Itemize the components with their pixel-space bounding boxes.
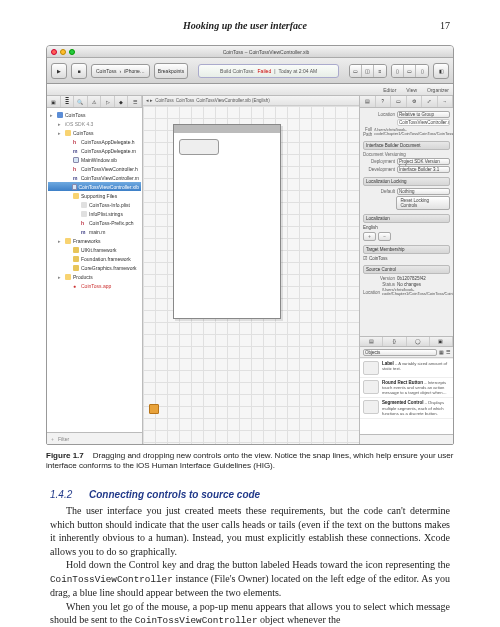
remove-localization-button[interactable]: － [378, 232, 391, 241]
quickhelp-inspector-icon[interactable]: ? [376, 96, 392, 107]
code-snippets-icon[interactable]: {} [383, 337, 406, 346]
attributes-inspector-icon[interactable]: ⚙ [407, 96, 423, 107]
tree-row[interactable]: ●CoinToss.app [48, 281, 141, 290]
tree-label: MainWindow.xib [81, 157, 117, 163]
disclosure-icon[interactable]: ▸ [50, 112, 55, 118]
assistant-editor-icon[interactable]: ◫ [362, 65, 374, 77]
media-library-icon[interactable]: ▣ [430, 337, 453, 346]
tree-row[interactable]: ▸Frameworks [48, 236, 141, 245]
tree-row[interactable]: CoreGraphics.framework [48, 263, 141, 272]
toggle-utilities-icon[interactable]: ▯ [416, 65, 428, 77]
ib-canvas[interactable] [143, 106, 359, 444]
crumb-file[interactable]: CoinTossViewController.xib (English) [196, 98, 269, 103]
zoom-icon[interactable] [69, 49, 75, 55]
tree-row[interactable]: CoinToss-Info.plist [48, 200, 141, 209]
project-nav-icon[interactable]: ▣ [47, 96, 61, 107]
tree-row[interactable]: UIKit.framework [48, 245, 141, 254]
figure-number: Figure 1.7 [46, 451, 84, 460]
location-popup[interactable]: Relative to Group [397, 111, 450, 118]
tree-row[interactable]: mCoinTossViewController.m [48, 173, 141, 182]
size-inspector-icon[interactable]: ⤢ [422, 96, 438, 107]
default-popup[interactable]: Nothing [397, 188, 450, 195]
tree-row[interactable]: ▸iOS SDK 4.3 [48, 119, 141, 128]
srcloc-value: /Users/chris/book-code/Chapter1/CoinToss… [382, 288, 453, 296]
symbol-nav-icon[interactable]: ≣ [61, 96, 75, 107]
localization-row[interactable]: English [363, 225, 450, 230]
xib-icon [72, 184, 77, 190]
tree-row[interactable]: mmain.m [48, 227, 141, 236]
identity-inspector-icon[interactable]: ▭ [391, 96, 407, 107]
navigator-filter[interactable]: ＋ Filter [47, 432, 142, 444]
library-list-icon[interactable]: ☰ [446, 350, 450, 355]
library-item[interactable]: Round Rect Button – Intercepts touch eve… [360, 378, 453, 398]
library-filter[interactable] [360, 434, 453, 444]
standard-editor-icon[interactable]: ▭ [350, 65, 362, 77]
log-nav-icon[interactable]: ☰ [128, 96, 142, 107]
source-header: Source Control [363, 265, 450, 274]
tree-row[interactable]: ▸CoinToss [48, 128, 141, 137]
object-placeholder-icon[interactable] [149, 404, 159, 414]
crumb-group[interactable]: CoinToss [176, 98, 195, 103]
tree-row[interactable]: Foundation.framework [48, 254, 141, 263]
tree-row[interactable]: mCoinTossAppDelegate.m [48, 146, 141, 155]
development-popup[interactable]: Interface Builder 3.1 [397, 166, 450, 173]
close-icon[interactable] [51, 49, 57, 55]
deployment-popup[interactable]: Project SDK Version (…) [397, 158, 450, 165]
library-tabs[interactable]: ▤ {} ◯ ▣ [360, 337, 453, 347]
library-grid-icon[interactable]: ▦ [439, 350, 444, 355]
add-localization-button[interactable]: ＋ [363, 232, 376, 241]
search-nav-icon[interactable]: 🔍 [74, 96, 88, 107]
traffic-lights[interactable] [51, 49, 75, 55]
issue-nav-icon[interactable]: ⚠ [88, 96, 102, 107]
library-item[interactable]: Segmented Control – Displays multiple se… [360, 398, 453, 418]
scheme-selector[interactable]: CoinToss › iPhone… [91, 64, 150, 78]
ib-view[interactable] [173, 124, 281, 319]
inspector-body: LocationRelative to Group CoinTossViewCo… [360, 108, 453, 336]
file-inspector-icon[interactable]: ▤ [360, 96, 376, 107]
add-icon[interactable]: ＋ [50, 436, 55, 442]
debug-nav-icon[interactable]: ▷ [101, 96, 115, 107]
reset-locking-button[interactable]: Reset Locking Controls [396, 196, 450, 210]
tree-row[interactable]: ▸CoinToss [48, 110, 141, 119]
file-name-field[interactable]: CoinTossViewController.xib [397, 119, 450, 126]
tree-row[interactable]: CoinTossViewController.xib [48, 182, 141, 191]
breakpoint-nav-icon[interactable]: ◆ [115, 96, 129, 107]
stop-button[interactable] [71, 63, 87, 79]
disclosure-icon[interactable]: ▸ [58, 238, 63, 244]
objects-library-icon[interactable]: ◯ [407, 337, 430, 346]
view-segmented[interactable]: ▯ ▭ ▯ [391, 64, 429, 78]
library-scope-popup[interactable]: Objects [363, 349, 437, 356]
file-templates-icon[interactable]: ▤ [360, 337, 383, 346]
tree-row[interactable]: MainWindow.xib [48, 155, 141, 164]
crumb-project[interactable]: CoinToss [155, 98, 174, 103]
tree-row[interactable]: ▸Products [48, 272, 141, 281]
tree-row[interactable]: hCoinTossAppDelegate.h [48, 137, 141, 146]
inspector-tabs[interactable]: ▤ ? ▭ ⚙ ⤢ → [360, 96, 453, 108]
navigator-tabs[interactable]: ▣ ≣ 🔍 ⚠ ▷ ◆ ☰ [47, 96, 142, 108]
version-value: 0b1207825f42 [397, 276, 450, 281]
disclosure-icon[interactable]: ▸ [58, 274, 63, 280]
breakpoints-button[interactable]: Breakpoints [154, 63, 188, 79]
toggle-debug-icon[interactable]: ▭ [404, 65, 416, 77]
organizer-button[interactable]: ◧ [433, 63, 449, 79]
version-editor-icon[interactable]: ≡ [374, 65, 386, 77]
connections-inspector-icon[interactable]: → [438, 96, 454, 107]
toggle-navigator-icon[interactable]: ▯ [392, 65, 404, 77]
folder-icon [65, 238, 71, 244]
disclosure-icon[interactable]: ▸ [58, 121, 63, 127]
target-row[interactable]: ☑CoinToss [363, 256, 450, 261]
tree-row[interactable]: hCoinTossViewController.h [48, 164, 141, 173]
jump-bar[interactable]: ◂ ▸ CoinToss CoinToss CoinTossViewContro… [143, 96, 359, 106]
library-list[interactable]: Label – A variably sized amount of stati… [360, 359, 453, 434]
disclosure-icon[interactable]: ▸ [58, 130, 63, 136]
tree-row[interactable]: Supporting Files [48, 191, 141, 200]
tree-row[interactable]: hCoinToss-Prefix.pch [48, 218, 141, 227]
run-button[interactable] [51, 63, 67, 79]
project-tree[interactable]: ▸CoinToss▸iOS SDK 4.3▸CoinTosshCoinTossA… [47, 108, 142, 432]
library-item[interactable]: Label – A variably sized amount of stati… [360, 359, 453, 378]
editor-segmented[interactable]: ▭ ◫ ≡ [349, 64, 387, 78]
dragged-button-control[interactable] [179, 139, 219, 155]
tree-row[interactable]: InfoPlist.strings [48, 209, 141, 218]
editor-area: ◂ ▸ CoinToss CoinToss CoinTossViewContro… [143, 96, 359, 444]
minimize-icon[interactable] [60, 49, 66, 55]
